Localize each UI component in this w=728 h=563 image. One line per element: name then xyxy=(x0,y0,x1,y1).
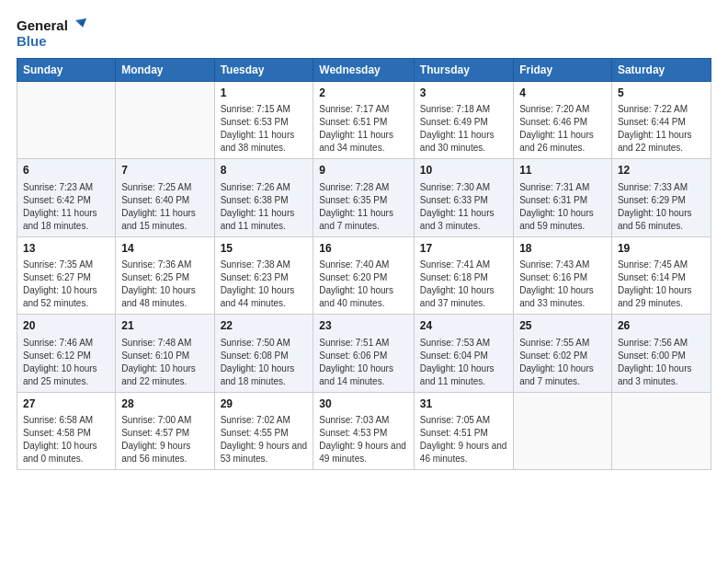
calendar-week-row: 20Sunrise: 7:46 AM Sunset: 6:12 PM Dayli… xyxy=(17,315,711,392)
table-row: 9Sunrise: 7:28 AM Sunset: 6:35 PM Daylig… xyxy=(313,159,415,236)
table-row: 17Sunrise: 7:41 AM Sunset: 6:18 PM Dayli… xyxy=(414,236,513,314)
logo-general: General xyxy=(17,17,68,33)
day-info: Sunrise: 7:46 AM Sunset: 6:12 PM Dayligh… xyxy=(23,337,109,388)
day-info: Sunrise: 7:36 AM Sunset: 6:25 PM Dayligh… xyxy=(121,259,208,310)
day-number: 11 xyxy=(519,163,606,178)
calendar-week-row: 1Sunrise: 7:15 AM Sunset: 6:53 PM Daylig… xyxy=(17,82,711,159)
day-number: 9 xyxy=(319,163,408,178)
calendar-week-row: 13Sunrise: 7:35 AM Sunset: 6:27 PM Dayli… xyxy=(17,236,711,314)
table-row: 3Sunrise: 7:18 AM Sunset: 6:49 PM Daylig… xyxy=(414,82,513,159)
table-row: 25Sunrise: 7:55 AM Sunset: 6:02 PM Dayli… xyxy=(514,315,612,392)
day-info: Sunrise: 7:30 AM Sunset: 6:33 PM Dayligh… xyxy=(420,181,507,233)
col-sunday: Sunday xyxy=(17,59,116,82)
day-info: Sunrise: 7:40 AM Sunset: 6:20 PM Dayligh… xyxy=(319,259,408,310)
table-row: 14Sunrise: 7:36 AM Sunset: 6:25 PM Dayli… xyxy=(116,236,214,314)
day-info: Sunrise: 7:45 AM Sunset: 6:14 PM Dayligh… xyxy=(618,259,705,310)
day-info: Sunrise: 7:00 AM Sunset: 4:57 PM Dayligh… xyxy=(121,414,208,465)
table-row: 26Sunrise: 7:56 AM Sunset: 6:00 PM Dayli… xyxy=(611,315,711,392)
table-row: 20Sunrise: 7:46 AM Sunset: 6:12 PM Dayli… xyxy=(17,315,116,392)
table-row: 4Sunrise: 7:20 AM Sunset: 6:46 PM Daylig… xyxy=(514,82,612,159)
day-number: 22 xyxy=(221,318,308,334)
day-number: 13 xyxy=(23,241,109,257)
table-row: 18Sunrise: 7:43 AM Sunset: 6:16 PM Dayli… xyxy=(514,236,612,314)
table-row: 23Sunrise: 7:51 AM Sunset: 6:06 PM Dayli… xyxy=(313,315,415,392)
table-row: 6Sunrise: 7:23 AM Sunset: 6:42 PM Daylig… xyxy=(17,159,116,236)
col-thursday: Thursday xyxy=(414,59,513,82)
table-row: 31Sunrise: 7:05 AM Sunset: 4:51 PM Dayli… xyxy=(414,392,513,469)
day-info: Sunrise: 7:33 AM Sunset: 6:29 PM Dayligh… xyxy=(618,181,705,233)
table-row: 16Sunrise: 7:40 AM Sunset: 6:20 PM Dayli… xyxy=(313,236,415,314)
table-row: 22Sunrise: 7:50 AM Sunset: 6:08 PM Dayli… xyxy=(214,315,313,392)
table-row: 27Sunrise: 6:58 AM Sunset: 4:58 PM Dayli… xyxy=(17,392,116,469)
day-info: Sunrise: 7:38 AM Sunset: 6:23 PM Dayligh… xyxy=(221,259,308,310)
logo-bird-icon xyxy=(70,17,86,33)
day-info: Sunrise: 6:58 AM Sunset: 4:58 PM Dayligh… xyxy=(23,414,109,465)
day-number: 19 xyxy=(618,241,705,257)
calendar-header-row: Sunday Monday Tuesday Wednesday Thursday… xyxy=(17,59,711,82)
col-wednesday: Wednesday xyxy=(313,59,415,82)
day-number: 31 xyxy=(420,396,507,412)
calendar-week-row: 6Sunrise: 7:23 AM Sunset: 6:42 PM Daylig… xyxy=(17,159,711,236)
day-info: Sunrise: 7:43 AM Sunset: 6:16 PM Dayligh… xyxy=(519,259,606,310)
logo-blue: Blue xyxy=(17,33,47,49)
table-row: 1Sunrise: 7:15 AM Sunset: 6:53 PM Daylig… xyxy=(214,82,313,159)
day-info: Sunrise: 7:26 AM Sunset: 6:38 PM Dayligh… xyxy=(221,181,308,233)
calendar-table: Sunday Monday Tuesday Wednesday Thursday… xyxy=(17,58,711,470)
day-number: 20 xyxy=(23,318,109,334)
table-row xyxy=(116,82,214,159)
day-info: Sunrise: 7:55 AM Sunset: 6:02 PM Dayligh… xyxy=(519,337,606,388)
day-number: 3 xyxy=(420,86,507,101)
day-number: 26 xyxy=(618,318,705,334)
day-info: Sunrise: 7:31 AM Sunset: 6:31 PM Dayligh… xyxy=(519,181,606,233)
day-number: 29 xyxy=(221,396,308,412)
day-number: 1 xyxy=(221,86,308,101)
day-info: Sunrise: 7:03 AM Sunset: 4:53 PM Dayligh… xyxy=(319,414,408,465)
day-number: 17 xyxy=(420,241,507,257)
page: General Blue Sunday Monday Tuesday Wedne… xyxy=(0,0,728,563)
day-number: 14 xyxy=(121,241,208,257)
day-info: Sunrise: 7:23 AM Sunset: 6:42 PM Dayligh… xyxy=(23,181,109,233)
table-row: 19Sunrise: 7:45 AM Sunset: 6:14 PM Dayli… xyxy=(611,236,711,314)
day-info: Sunrise: 7:05 AM Sunset: 4:51 PM Dayligh… xyxy=(420,414,507,465)
day-info: Sunrise: 7:22 AM Sunset: 6:44 PM Dayligh… xyxy=(618,103,705,155)
day-info: Sunrise: 7:51 AM Sunset: 6:06 PM Dayligh… xyxy=(319,337,408,388)
day-info: Sunrise: 7:56 AM Sunset: 6:00 PM Dayligh… xyxy=(618,337,705,388)
day-number: 24 xyxy=(420,318,507,334)
table-row: 13Sunrise: 7:35 AM Sunset: 6:27 PM Dayli… xyxy=(17,236,116,314)
day-number: 16 xyxy=(319,241,408,257)
header: General Blue xyxy=(17,17,711,49)
table-row: 12Sunrise: 7:33 AM Sunset: 6:29 PM Dayli… xyxy=(611,159,711,236)
table-row: 30Sunrise: 7:03 AM Sunset: 4:53 PM Dayli… xyxy=(313,392,415,469)
day-number: 15 xyxy=(221,241,308,257)
table-row: 21Sunrise: 7:48 AM Sunset: 6:10 PM Dayli… xyxy=(116,315,214,392)
day-number: 6 xyxy=(23,163,109,178)
table-row: 28Sunrise: 7:00 AM Sunset: 4:57 PM Dayli… xyxy=(116,392,214,469)
day-number: 27 xyxy=(23,396,109,412)
day-info: Sunrise: 7:17 AM Sunset: 6:51 PM Dayligh… xyxy=(319,103,408,155)
table-row: 8Sunrise: 7:26 AM Sunset: 6:38 PM Daylig… xyxy=(214,159,313,236)
day-number: 23 xyxy=(319,318,408,334)
day-number: 10 xyxy=(420,163,507,178)
table-row: 10Sunrise: 7:30 AM Sunset: 6:33 PM Dayli… xyxy=(414,159,513,236)
day-info: Sunrise: 7:35 AM Sunset: 6:27 PM Dayligh… xyxy=(23,259,109,310)
day-info: Sunrise: 7:53 AM Sunset: 6:04 PM Dayligh… xyxy=(420,337,507,388)
day-number: 8 xyxy=(221,163,308,178)
logo: General Blue xyxy=(17,17,86,49)
table-row: 29Sunrise: 7:02 AM Sunset: 4:55 PM Dayli… xyxy=(214,392,313,469)
calendar-week-row: 27Sunrise: 6:58 AM Sunset: 4:58 PM Dayli… xyxy=(17,392,711,469)
day-number: 28 xyxy=(121,396,208,412)
day-number: 7 xyxy=(121,163,208,178)
day-number: 12 xyxy=(618,163,705,178)
table-row: 2Sunrise: 7:17 AM Sunset: 6:51 PM Daylig… xyxy=(313,82,415,159)
day-number: 18 xyxy=(519,241,606,257)
day-info: Sunrise: 7:25 AM Sunset: 6:40 PM Dayligh… xyxy=(121,181,208,233)
table-row: 7Sunrise: 7:25 AM Sunset: 6:40 PM Daylig… xyxy=(116,159,214,236)
day-number: 5 xyxy=(618,86,705,101)
table-row: 11Sunrise: 7:31 AM Sunset: 6:31 PM Dayli… xyxy=(514,159,612,236)
day-info: Sunrise: 7:20 AM Sunset: 6:46 PM Dayligh… xyxy=(519,103,606,155)
table-row: 5Sunrise: 7:22 AM Sunset: 6:44 PM Daylig… xyxy=(611,82,711,159)
col-monday: Monday xyxy=(116,59,214,82)
col-tuesday: Tuesday xyxy=(214,59,313,82)
day-number: 25 xyxy=(519,318,606,334)
day-info: Sunrise: 7:50 AM Sunset: 6:08 PM Dayligh… xyxy=(221,337,308,388)
